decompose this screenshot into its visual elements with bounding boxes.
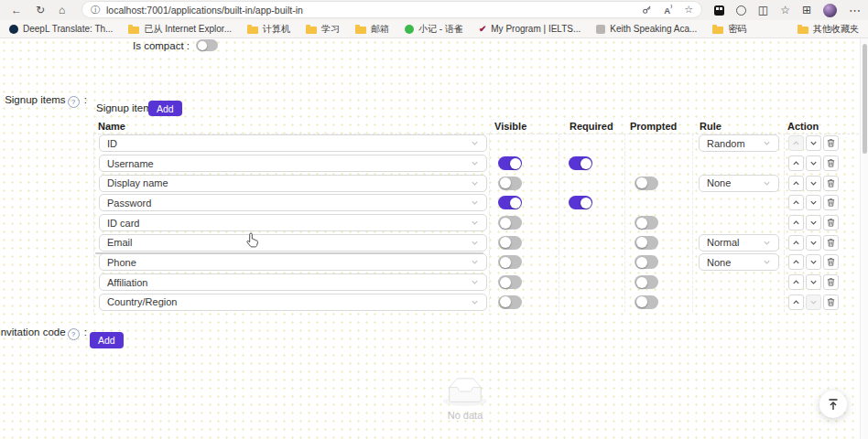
- favorite-star-icon[interactable]: ☆: [684, 4, 693, 16]
- split-screen-icon[interactable]: ◫: [758, 5, 768, 16]
- profile-avatar[interactable]: [823, 4, 837, 17]
- site-icon: [596, 25, 605, 34]
- address-bar[interactable]: ⓘ localhost:7001/applications/built-in/a…: [82, 2, 701, 17]
- name-select[interactable]: Email: [99, 234, 487, 252]
- name-select[interactable]: Display name: [99, 175, 487, 192]
- visible-toggle[interactable]: [498, 177, 522, 190]
- name-select[interactable]: Username: [99, 155, 487, 172]
- name-select[interactable]: Affiliation: [99, 273, 487, 291]
- move-down-button[interactable]: [806, 155, 821, 171]
- browser-essentials-icon[interactable]: [736, 5, 746, 16]
- browser-window: ← ↻ ⌂ ⓘ localhost:7001/applications/buil…: [0, 0, 868, 439]
- move-down-button[interactable]: [806, 135, 821, 151]
- folder-icon: [128, 27, 139, 34]
- prompted-toggle[interactable]: [635, 255, 658, 269]
- visible-toggle[interactable]: [498, 196, 522, 209]
- prompted-toggle[interactable]: [635, 177, 658, 190]
- bookmark-item[interactable]: 学习: [306, 23, 340, 36]
- rule-select[interactable]: Normal: [699, 234, 779, 252]
- rule-select[interactable]: None: [699, 253, 779, 271]
- move-up-button[interactable]: [788, 176, 804, 191]
- move-down-button[interactable]: [806, 254, 821, 270]
- move-up-button[interactable]: [788, 155, 804, 171]
- collections-icon[interactable]: ⊞: [802, 5, 811, 16]
- move-down-button[interactable]: [806, 176, 821, 191]
- move-up-button[interactable]: [788, 215, 804, 230]
- url-text[interactable]: localhost:7001/applications/built-in/app…: [106, 5, 642, 16]
- read-aloud-icon[interactable]: A: [664, 4, 672, 16]
- required-toggle[interactable]: [569, 196, 592, 209]
- move-up-button[interactable]: [788, 274, 804, 290]
- empty-state: No data: [383, 378, 548, 421]
- home-icon[interactable]: ⌂: [59, 5, 65, 16]
- bookmark-item[interactable]: 小记 - 语雀: [405, 23, 463, 36]
- invitation-code-add-button[interactable]: Add: [90, 332, 124, 348]
- bookmark-item[interactable]: Keith Speaking Aca...: [596, 24, 697, 34]
- move-up-button[interactable]: [788, 195, 804, 210]
- required-toggle[interactable]: [569, 156, 592, 170]
- visible-toggle[interactable]: [498, 255, 522, 269]
- prompted-toggle[interactable]: [635, 295, 658, 309]
- bookmark-item[interactable]: 密码: [712, 23, 746, 36]
- delete-button[interactable]: [823, 235, 839, 251]
- move-down-button[interactable]: [806, 215, 821, 230]
- other-favorites-label: 其他收藏夹: [813, 23, 859, 36]
- delete-button[interactable]: [823, 176, 839, 191]
- is-compact-toggle[interactable]: [196, 39, 218, 51]
- prompted-toggle[interactable]: [635, 275, 658, 289]
- move-down-button[interactable]: [806, 235, 821, 251]
- site-info-icon[interactable]: ⓘ: [91, 4, 100, 16]
- delete-button[interactable]: [823, 135, 839, 151]
- extension-icon[interactable]: [714, 5, 724, 16]
- password-key-icon[interactable]: [642, 5, 652, 15]
- bookmark-item[interactable]: 计算机: [247, 23, 290, 36]
- delete-button[interactable]: [823, 274, 839, 290]
- help-icon[interactable]: ?: [68, 328, 80, 340]
- back-to-top-button[interactable]: [819, 391, 847, 418]
- more-menu-icon[interactable]: ⋯: [849, 4, 861, 17]
- chevron-down-icon: [763, 179, 771, 187]
- name-select[interactable]: Country/Region: [99, 294, 487, 311]
- visible-toggle[interactable]: [498, 216, 522, 230]
- back-icon[interactable]: ←: [11, 5, 22, 16]
- delete-button[interactable]: [823, 195, 839, 210]
- delete-button[interactable]: [823, 215, 839, 230]
- delete-button[interactable]: [823, 155, 839, 171]
- column-header-visible: Visible: [489, 118, 559, 134]
- folder-icon: [247, 27, 258, 34]
- name-select[interactable]: Password: [99, 194, 487, 211]
- bookmark-item[interactable]: DeepL Translate: Th...: [9, 24, 113, 34]
- move-up-button[interactable]: [788, 254, 804, 270]
- favorites-bar-icon[interactable]: ☆: [780, 5, 790, 16]
- scrollbar: [860, 38, 868, 439]
- other-favorites[interactable]: 其他收藏夹: [797, 23, 859, 36]
- visible-toggle[interactable]: [498, 236, 522, 250]
- visible-toggle[interactable]: [498, 275, 522, 289]
- visible-toggle[interactable]: [498, 156, 522, 170]
- move-up-button[interactable]: [788, 235, 804, 251]
- bookmarks-bar: DeepL Translate: Th... 已从 Internet Explo…: [0, 20, 868, 38]
- scrollbar-thumb[interactable]: [863, 44, 867, 154]
- move-down-button[interactable]: [806, 195, 821, 210]
- bookmark-item[interactable]: ✔ My Program | IELTS...: [479, 24, 580, 34]
- signup-items-table: ID Random: [93, 134, 861, 312]
- help-icon[interactable]: ?: [68, 96, 80, 108]
- rule-select[interactable]: Random: [699, 134, 779, 152]
- visible-toggle[interactable]: [498, 295, 522, 309]
- bookmark-item[interactable]: 邮箱: [355, 23, 389, 36]
- move-up-button[interactable]: [788, 294, 804, 310]
- name-select[interactable]: ID: [99, 134, 487, 152]
- column-header-name: Name: [93, 118, 489, 134]
- name-select[interactable]: ID card: [99, 214, 487, 231]
- signup-items-add-button[interactable]: Add: [148, 101, 182, 116]
- prompted-toggle[interactable]: [635, 216, 658, 230]
- name-select[interactable]: Phone: [99, 253, 487, 271]
- rule-select[interactable]: None: [699, 175, 779, 192]
- prompted-toggle[interactable]: [635, 236, 658, 250]
- delete-button[interactable]: [823, 294, 839, 310]
- move-down-button[interactable]: [806, 274, 821, 290]
- delete-button[interactable]: [823, 254, 839, 270]
- bookmark-item[interactable]: 已从 Internet Explor...: [128, 23, 232, 36]
- refresh-icon[interactable]: ↻: [36, 5, 45, 16]
- chevron-down-icon: [471, 198, 479, 207]
